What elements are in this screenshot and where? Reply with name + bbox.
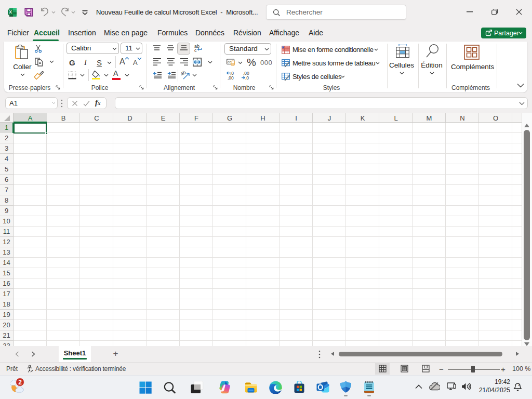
svg-text:,0: ,0	[245, 75, 249, 80]
svg-text:,00: ,00	[228, 75, 234, 80]
svg-text:c: c	[194, 48, 197, 52]
svg-text:z: z	[518, 383, 521, 387]
svg-text:X: X	[9, 9, 12, 15]
svg-text:ab: ab	[181, 70, 187, 76]
